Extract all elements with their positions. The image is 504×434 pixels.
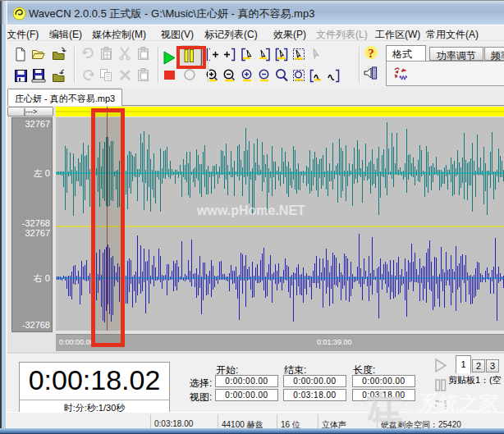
svg-text:讯: 讯: [403, 400, 416, 414]
svg-text:?: ?: [368, 47, 374, 60]
svg-text:系统之家: 系统之家: [419, 391, 498, 413]
